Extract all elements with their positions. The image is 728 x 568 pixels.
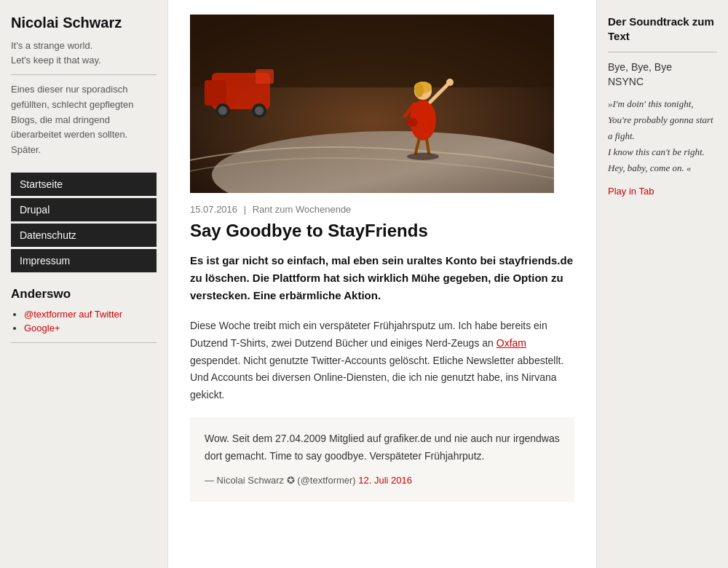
right-sidebar: Der Soundtrack zum Text Bye, Bye, Bye NS… [597, 0, 728, 568]
nav-item-startseite[interactable]: Startseite [11, 173, 157, 196]
nav-menu: Startseite Drupal Datenschutz Impressum [11, 173, 157, 272]
sidebar-link-twitter[interactable]: @textformer auf Twitter [24, 309, 157, 320]
tagline-line1: It's a strange world. [11, 40, 92, 51]
nav-link-startseite[interactable]: Startseite [11, 173, 157, 196]
post-image [190, 15, 554, 193]
attribution-prefix: — Nicolai Schwarz ✪ (@textformer) [205, 475, 356, 486]
anderswo-title: Anderswo [11, 287, 157, 301]
lyrics-line1: »I'm doin' this tonight, [608, 98, 694, 109]
lyrics-line3: I know this can't be right. [608, 146, 705, 157]
tagline-line2: Let's keep it that way. [11, 55, 101, 66]
sidebar-links: @textformer auf Twitter Google+ [11, 309, 157, 334]
sidebar-description: Eines dieser nur sporadisch gefüllten, s… [11, 82, 157, 158]
post-image-container [190, 15, 574, 193]
sidebar-divider-1 [11, 74, 157, 75]
soundtrack-artist: NSYNC [608, 76, 717, 87]
post-date: 15.07.2016 [190, 204, 237, 215]
oxfam-link[interactable]: Oxfam [496, 337, 526, 349]
soundtrack-lyrics: »I'm doin' this tonight, You're probably… [608, 96, 717, 176]
attribution-link[interactable]: 12. Juli 2016 [358, 475, 412, 486]
twitter-link[interactable]: @textformer auf Twitter [24, 309, 122, 320]
blockquote-text: Wow. Seit dem 27.04.2009 Mitglied auf gr… [205, 430, 560, 465]
lyrics-line4: Hey, baby, come on. « [608, 162, 691, 173]
blockquote: Wow. Seit dem 27.04.2009 Mitglied auf gr… [190, 417, 574, 502]
site-tagline: It's a strange world. Let's keep it that… [11, 39, 157, 67]
post-intro: Es ist gar nicht so einfach, mal eben se… [190, 252, 574, 304]
soundtrack-divider [608, 52, 717, 52]
blockquote-attribution: — Nicolai Schwarz ✪ (@textformer) 12. Ju… [205, 473, 560, 489]
post-meta: 15.07.2016 | Rant zum Wochenende [190, 204, 574, 215]
sidebar-divider-2 [11, 342, 157, 343]
post-body-1: Diese Woche treibt mich ein verspäteter … [190, 317, 574, 404]
left-sidebar: Nicolai Schwarz It's a strange world. Le… [0, 0, 167, 568]
soundtrack-title: Der Soundtrack zum Text [608, 15, 717, 43]
nav-item-drupal[interactable]: Drupal [11, 198, 157, 221]
post-title: Say Goodbye to StayFriends [190, 221, 574, 241]
nav-item-impressum[interactable]: Impressum [11, 249, 157, 272]
soundtrack-song: Bye, Bye, Bye [608, 61, 717, 73]
post-separator: | [244, 204, 246, 215]
post-body-text1: Diese Woche treibt mich ein verspäteter … [190, 320, 547, 349]
main-nav: Startseite Drupal Datenschutz Impressum [11, 173, 157, 272]
svg-point-15 [446, 79, 454, 86]
nav-link-impressum[interactable]: Impressum [11, 249, 157, 272]
svg-point-19 [406, 118, 418, 127]
sidebar-link-google[interactable]: Google+ [24, 323, 157, 334]
svg-point-20 [407, 153, 439, 160]
play-in-tab-link[interactable]: Play in Tab [608, 186, 654, 197]
post-category: Rant zum Wochenende [253, 204, 352, 215]
site-title: Nicolai Schwarz [11, 15, 157, 31]
svg-rect-4 [205, 80, 226, 106]
svg-rect-5 [256, 69, 274, 84]
nav-link-datenschutz[interactable]: Datenschutz [11, 224, 157, 247]
svg-point-9 [255, 106, 264, 115]
nav-item-datenschutz[interactable]: Datenschutz [11, 224, 157, 247]
svg-point-13 [415, 83, 424, 98]
nav-link-drupal[interactable]: Drupal [11, 198, 157, 221]
main-content: 15.07.2016 | Rant zum Wochenende Say Goo… [167, 0, 597, 568]
post-body-text2: gespendet. Nicht genutzte Twitter-Accoun… [190, 355, 563, 401]
lyrics-line2: You're probably gonna start a fight. [608, 114, 713, 141]
svg-point-7 [218, 106, 227, 115]
google-link[interactable]: Google+ [24, 323, 60, 334]
